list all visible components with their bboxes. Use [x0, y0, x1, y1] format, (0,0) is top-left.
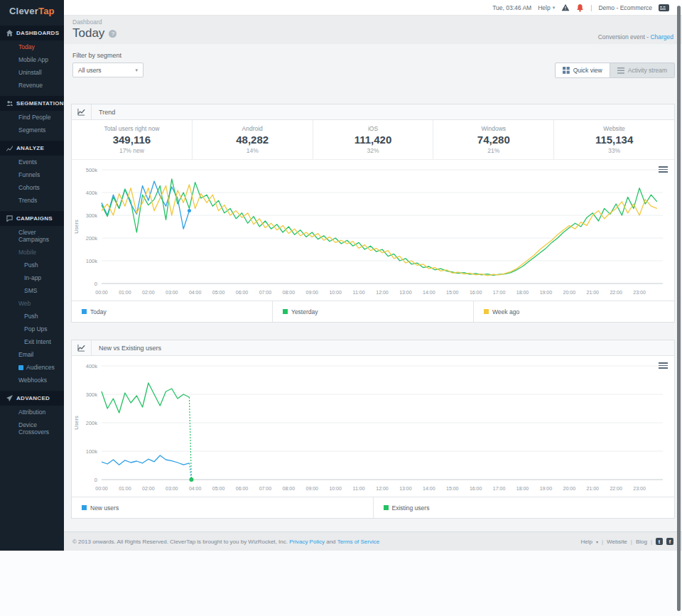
legend-today[interactable]: Today	[72, 301, 273, 322]
sidebar-item-pop-ups[interactable]: Pop Ups	[0, 323, 64, 335]
facebook-icon[interactable]: f	[666, 538, 673, 545]
svg-text:05:00: 05:00	[212, 290, 225, 295]
svg-text:20:00: 20:00	[563, 486, 576, 491]
sidebar-item-cohorts[interactable]: Cohorts	[0, 181, 64, 194]
sidebar-item-mobile: Mobile	[0, 246, 64, 259]
sidebar-item-label: Events	[18, 158, 37, 166]
sidebar-item-label: Today	[18, 43, 35, 50]
page-title: Today	[72, 26, 104, 40]
sidebar-item-device-crossovers[interactable]: Device Crossovers	[0, 418, 64, 438]
svg-text:00:00: 00:00	[95, 290, 108, 295]
divider: |	[651, 539, 652, 545]
account-name[interactable]: Demo - Ecommerce	[598, 4, 652, 11]
help-question-icon[interactable]: ?	[109, 30, 117, 38]
sidebar-item-audiences[interactable]: Audiences	[0, 361, 64, 374]
sidebar-item-label: Device Crossovers	[18, 421, 64, 436]
sidebar-item-revenue[interactable]: Revenue	[0, 79, 64, 92]
sidebar-item-funnels[interactable]: Funnels	[0, 168, 64, 181]
sidebar-item-exit-intent[interactable]: Exit Intent	[0, 335, 64, 348]
activity-stream-button[interactable]: Activity stream	[610, 63, 675, 78]
stat-sub: 33%	[608, 147, 620, 154]
sidebar-item-in-app[interactable]: In-app	[0, 271, 64, 284]
sidebar-item-push[interactable]: Push	[0, 310, 64, 323]
svg-text:07:00: 07:00	[259, 486, 272, 491]
sidebar-item-label: Mobile App	[18, 56, 48, 63]
stat-label: Total users right now	[104, 125, 159, 132]
legend-yesterday[interactable]: Yesterday	[273, 301, 474, 322]
svg-text:03:00: 03:00	[166, 290, 178, 295]
stat-value: 349,116	[113, 134, 151, 146]
view-toggle: Quick view Activity stream	[555, 63, 675, 78]
sidebar-section-campaigns[interactable]: CAMPAIGNS	[0, 211, 64, 226]
footer: © 2013 onwards. All Rights Reserved. Cle…	[64, 531, 682, 551]
twitter-icon[interactable]: t	[656, 538, 663, 545]
sidebar-section-advanced[interactable]: ADVANCED	[0, 391, 64, 406]
sidebar-item-webhooks[interactable]: Webhooks	[0, 374, 64, 387]
svg-text:22:00: 22:00	[610, 290, 622, 295]
sidebar-item-clever-campaigns[interactable]: Clever Campaigns	[0, 226, 64, 246]
sidebar-item-push[interactable]: Push	[0, 259, 64, 271]
sidebar-item-segments[interactable]: Segments	[0, 124, 64, 136]
sidebar-item-mobile-app[interactable]: Mobile App	[0, 53, 64, 66]
sidebar-item-uninstall[interactable]: Uninstall	[0, 66, 64, 79]
copyright-text: © 2013 onwards. All Rights Reserved. Cle…	[72, 539, 288, 545]
new-vs-existing-header: New vs Existing users	[72, 340, 674, 356]
svg-text:23:00: 23:00	[633, 290, 646, 295]
sidebar-item-email[interactable]: Email	[0, 348, 64, 361]
footer-help-link[interactable]: Help	[581, 539, 592, 545]
stat-value: 74,280	[477, 134, 510, 146]
sidebar-item-attribution[interactable]: Attribution	[0, 406, 64, 418]
stat-sub: 17% new	[119, 147, 144, 154]
trend-panel: Trend › Total users right now349,11617% …	[71, 104, 675, 323]
segment-select[interactable]: All users ▾	[72, 63, 144, 77]
home-icon	[6, 30, 13, 36]
help-menu[interactable]: Help ▾	[538, 4, 555, 11]
sidebar-item-sms[interactable]: SMS	[0, 284, 64, 297]
svg-text:09:00: 09:00	[305, 486, 318, 491]
sidebar-item-label: Webhooks	[18, 377, 47, 384]
quick-view-button[interactable]: Quick view	[555, 63, 610, 78]
chart-menu-icon[interactable]	[659, 165, 668, 174]
trend-chart: 0100k200k300k400k500k00:0001:0002:0003:0…	[72, 160, 674, 301]
page-scrollbar[interactable]	[677, 6, 681, 611]
sidebar-item-label: Mobile	[18, 249, 36, 256]
line-chart-icon	[72, 340, 92, 355]
stats-expand-icon[interactable]: ›	[252, 135, 254, 143]
sidebar-section-label: SEGMENTATION	[16, 100, 64, 107]
notification-bell-icon[interactable]	[576, 4, 584, 12]
alert-triangle-icon[interactable]	[561, 4, 570, 11]
sidebar-item-today[interactable]: Today	[0, 40, 64, 53]
legend-swatch	[283, 309, 288, 314]
footer-website-link[interactable]: Website	[607, 539, 627, 545]
sidebar-item-label: In-app	[24, 274, 41, 281]
sidebar-section-segmentation[interactable]: SEGMENTATION	[0, 96, 64, 111]
sidebar-item-label: Revenue	[18, 82, 43, 89]
footer-blog-link[interactable]: Blog	[636, 539, 647, 545]
conversion-value-link[interactable]: Charged	[650, 33, 673, 40]
legend-new-users[interactable]: New users	[72, 497, 374, 518]
terms-link[interactable]: Terms of Service	[337, 539, 380, 545]
svg-text:12:00: 12:00	[376, 486, 389, 491]
sidebar-section-dashboards[interactable]: DASHBOARDS	[0, 26, 64, 40]
card-icon[interactable]	[659, 4, 669, 11]
clevertap-logo[interactable]: CleverTap	[0, 0, 64, 21]
trend-legend: TodayYesterdayWeek ago	[72, 301, 674, 322]
legend-swatch	[484, 309, 489, 314]
legend-week-ago[interactable]: Week ago	[474, 301, 674, 322]
privacy-policy-link[interactable]: Privacy Policy	[289, 539, 325, 545]
sidebar-item-trends[interactable]: Trends	[0, 194, 64, 207]
trend-icon	[6, 145, 13, 151]
sidebar-item-find-people[interactable]: Find People	[0, 111, 64, 124]
new-vs-existing-legend: New usersExisting users	[72, 497, 674, 518]
svg-text:06:00: 06:00	[236, 486, 249, 491]
svg-text:300k: 300k	[86, 212, 98, 219]
svg-text:0: 0	[94, 281, 97, 287]
new-vs-existing-chart: 0100k200k300k400k00:0001:0002:0003:0004:…	[72, 356, 674, 497]
chart-menu-icon[interactable]	[659, 361, 668, 370]
legend-existing-users[interactable]: Existing users	[374, 497, 675, 518]
users-icon	[6, 100, 13, 107]
sidebar-section-analyze[interactable]: ANALYZE	[0, 141, 64, 156]
sidebar-item-label: Clever Campaigns	[18, 229, 64, 243]
sidebar-item-label: Email	[18, 351, 33, 358]
sidebar-item-events[interactable]: Events	[0, 156, 64, 168]
